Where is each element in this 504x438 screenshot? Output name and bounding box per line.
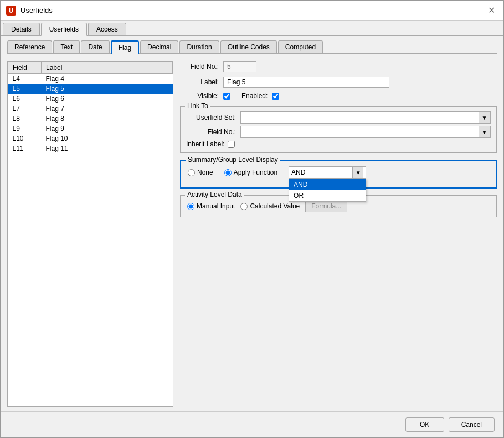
title-bar-left: U Userfields (6, 6, 53, 16)
field-cell: L11 (8, 144, 42, 154)
field-no2-arrow[interactable]: ▼ (479, 126, 491, 138)
subtab-decimal[interactable]: Decimal (140, 40, 178, 53)
table-row[interactable]: L4 Flag 4 (8, 74, 173, 84)
table-row[interactable]: L7 Flag 7 (8, 104, 173, 114)
field-no2-row: Field No.: ▼ (186, 126, 491, 138)
bottom-bar: OK Cancel (1, 411, 503, 437)
tab-details[interactable]: Details (3, 23, 40, 35)
subtab-text[interactable]: Text (53, 40, 80, 53)
apply-function-radio-item: Apply Function (224, 169, 277, 176)
col-label-header: Label (42, 62, 173, 74)
userfield-set-label: Userfield Set: (186, 114, 236, 121)
close-button[interactable]: ✕ (485, 4, 498, 17)
summary-radio-row: None Apply Function AND ▼ (188, 166, 489, 179)
apply-function-label: Apply Function (234, 169, 277, 176)
formula-button[interactable]: Formula... (305, 200, 347, 212)
subtab-duration[interactable]: Duration (179, 40, 219, 53)
col-field-header: Field (8, 62, 42, 74)
field-cell: L5 (8, 84, 42, 94)
sub-tabs: Reference Text Date Flag Decimal Duratio… (7, 40, 497, 54)
apply-function-radio[interactable] (224, 169, 232, 176)
function-dropdown-arrow[interactable]: ▼ (352, 167, 363, 178)
dropdown-item-or[interactable]: OR (289, 190, 366, 201)
subtab-date[interactable]: Date (81, 40, 109, 53)
none-radio[interactable] (188, 169, 195, 176)
field-table-container: Field Label L4 Flag 4 L5 Flag 5 (7, 61, 173, 407)
inherit-label-checkbox[interactable] (228, 141, 235, 148)
field-cell: L9 (8, 124, 42, 134)
field-cell: L7 (8, 104, 42, 114)
table-row[interactable]: L6 Flag 6 (8, 94, 173, 104)
enabled-checkbox[interactable] (272, 93, 279, 100)
label-label: Label: (180, 78, 219, 86)
link-to-legend: Link To (185, 102, 210, 110)
summary-legend: Summary/Group Level Display (186, 156, 280, 164)
calculated-radio-item: Calculated Value (240, 202, 300, 210)
inherit-row: Inherit Label: (186, 140, 491, 148)
label-cell: Flag 9 (42, 124, 173, 134)
visible-checkbox[interactable] (223, 93, 230, 100)
field-cell: L4 (8, 74, 42, 84)
manual-radio[interactable] (187, 203, 194, 210)
userfield-set-row: Userfield Set: ▼ (186, 111, 491, 124)
userfield-set-select[interactable] (240, 111, 491, 124)
label-row: Label: (180, 77, 497, 88)
table-row[interactable]: L9 Flag 9 (8, 124, 173, 134)
table-row[interactable]: L10 Flag 10 (8, 134, 173, 144)
label-cell: Flag 11 (42, 144, 173, 154)
tab-userfields[interactable]: Userfields (41, 23, 87, 36)
function-dropdown-value: AND (291, 169, 352, 176)
field-no2-label: Field No.: (186, 128, 236, 136)
dialog-title: Userfields (20, 6, 53, 14)
field-table: Field Label L4 Flag 4 L5 Flag 5 (8, 62, 173, 154)
manual-radio-label: Manual Input (197, 202, 235, 210)
label-cell: Flag 10 (42, 134, 173, 144)
field-no-input[interactable] (223, 61, 256, 72)
table-row[interactable]: L5 Flag 5 (8, 84, 173, 94)
label-cell: Flag 7 (42, 104, 173, 114)
manual-radio-item: Manual Input (187, 202, 235, 210)
userfield-set-wrapper: ▼ (240, 111, 491, 124)
subtab-outline-codes[interactable]: Outline Codes (220, 40, 277, 53)
field-no-row: Field No.: (180, 61, 497, 72)
table-row[interactable]: L11 Flag 11 (8, 144, 173, 154)
title-bar: U Userfields ✕ (1, 1, 503, 21)
dropdown-item-and[interactable]: AND (289, 179, 366, 190)
function-dropdown-list: AND OR (289, 179, 366, 202)
activity-row: Manual Input Calculated Value Formula... (187, 200, 490, 212)
main-tabs: Details Userfields Access (1, 21, 503, 36)
table-row[interactable]: L8 Flag 8 (8, 114, 173, 124)
subtab-computed[interactable]: Computed (278, 40, 323, 53)
label-cell: Flag 5 (42, 84, 173, 94)
label-cell: Flag 8 (42, 114, 173, 124)
subtab-reference[interactable]: Reference (7, 40, 52, 53)
summary-section: Summary/Group Level Display None Apply F… (180, 160, 497, 189)
app-icon: U (6, 6, 16, 16)
field-cell: L8 (8, 114, 42, 124)
label-input[interactable] (223, 77, 389, 88)
userfield-set-arrow[interactable]: ▼ (479, 111, 491, 124)
field-cell: L10 (8, 134, 42, 144)
subtab-flag[interactable]: Flag (111, 40, 139, 54)
field-no2-select[interactable] (240, 126, 491, 138)
calculated-radio[interactable] (240, 203, 248, 210)
content-area: Reference Text Date Flag Decimal Duratio… (1, 36, 503, 411)
dialog: U Userfields ✕ Details Userfields Access… (0, 0, 504, 438)
body-split: Field Label L4 Flag 4 L5 Flag 5 (7, 61, 497, 407)
label-cell: Flag 6 (42, 94, 173, 104)
function-dropdown-container: AND ▼ AND OR (289, 166, 366, 179)
cancel-button[interactable]: Cancel (449, 417, 495, 432)
tab-access[interactable]: Access (88, 23, 126, 35)
activity-legend: Activity Level Data (185, 191, 244, 198)
function-dropdown-trigger[interactable]: AND ▼ (289, 166, 366, 179)
field-no2-wrapper: ▼ (240, 126, 491, 138)
field-no-label: Field No.: (180, 63, 219, 70)
visible-label: Visible: (180, 92, 219, 100)
none-radio-item: None (188, 169, 213, 176)
visible-enabled-row: Visible: Enabled: (180, 92, 497, 100)
field-cell: L6 (8, 94, 42, 104)
none-radio-label: None (197, 169, 213, 176)
calculated-radio-label: Calculated Value (250, 202, 300, 210)
enabled-label: Enabled: (241, 92, 268, 100)
ok-button[interactable]: OK (405, 417, 444, 432)
